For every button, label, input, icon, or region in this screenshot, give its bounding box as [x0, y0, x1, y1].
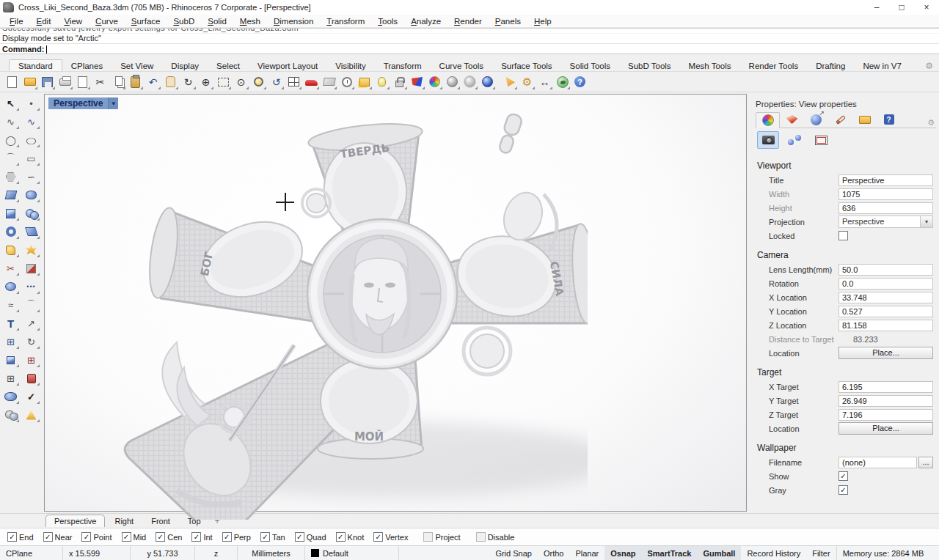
- record-history-toggle[interactable]: Record History: [741, 546, 806, 560]
- grid-snap-toggle[interactable]: Grid Snap: [489, 546, 538, 560]
- patch-surface-tool-icon[interactable]: [22, 187, 40, 203]
- box-tool-icon[interactable]: [1, 205, 20, 221]
- circle-tool-icon[interactable]: ◯: [1, 132, 20, 148]
- rotate-tool-icon[interactable]: ↻: [22, 334, 40, 350]
- camera-place-button[interactable]: Place...: [838, 347, 933, 359]
- toolbar-tab-standard[interactable]: Standard: [9, 59, 62, 71]
- menu-help[interactable]: Help: [527, 16, 558, 26]
- layer-state-icon[interactable]: [356, 74, 373, 90]
- rectangle-tool-icon[interactable]: ▭: [22, 150, 40, 166]
- torus-tool-icon[interactable]: [1, 224, 20, 240]
- text-tool-icon[interactable]: T: [1, 315, 20, 331]
- undo-view-icon[interactable]: ↺: [268, 74, 285, 90]
- zoom-window-icon[interactable]: [215, 74, 232, 90]
- menu-solid[interactable]: Solid: [201, 16, 233, 26]
- viewport-title-label[interactable]: Perspective ▾: [48, 97, 118, 109]
- browse-button[interactable]: ...: [918, 457, 933, 468]
- menu-panels[interactable]: Panels: [489, 16, 527, 26]
- menu-subd[interactable]: SubD: [167, 16, 201, 26]
- lock-icon[interactable]: [391, 74, 408, 90]
- render-icon[interactable]: [501, 74, 518, 90]
- cut-icon[interactable]: ✂: [92, 74, 109, 90]
- ellipse-tool-icon[interactable]: ◯: [22, 132, 40, 148]
- rendered-viewport-icon[interactable]: [479, 74, 496, 90]
- layer-cell[interactable]: Default: [305, 546, 399, 560]
- layers-tab[interactable]: [780, 111, 804, 128]
- osnap-project[interactable]: Project: [423, 532, 460, 542]
- color-wheel-icon[interactable]: [426, 74, 443, 90]
- perp-checkbox[interactable]: [222, 532, 232, 542]
- toolbar-gear-icon[interactable]: ⚙: [925, 61, 933, 71]
- explode-tool-icon[interactable]: [1, 242, 20, 258]
- open-file-icon[interactable]: [21, 74, 38, 90]
- toolbar-tab-viewport-layout[interactable]: Viewport Layout: [249, 60, 326, 71]
- toolbar-tab-curve-tools[interactable]: Curve Tools: [431, 60, 493, 71]
- osnap-toggle[interactable]: Osnap: [604, 546, 641, 560]
- panel-settings-gear-icon[interactable]: ⚙: [927, 118, 935, 128]
- set-view-icon[interactable]: [338, 74, 355, 90]
- trim-tool-icon[interactable]: ✂: [1, 260, 20, 276]
- scale-tool-icon[interactable]: [1, 352, 20, 368]
- arc-tool-icon[interactable]: ⌒: [1, 150, 20, 166]
- rotate-view-icon[interactable]: ↻: [180, 74, 197, 90]
- toolbar-tab-render-tools[interactable]: Render Tools: [740, 60, 808, 71]
- material-tab[interactable]: [828, 111, 852, 128]
- toolbar-tab-new-in-v7[interactable]: New in V7: [854, 60, 910, 71]
- target-place-button[interactable]: Place...: [838, 422, 933, 435]
- edit-point-curve-tool-icon[interactable]: ∿: [22, 114, 40, 130]
- gumball-toggle[interactable]: Gumball: [697, 546, 741, 560]
- toolbar-tab-visibility[interactable]: Visibility: [326, 60, 374, 71]
- point-cloud-tool-icon[interactable]: •••: [22, 279, 40, 295]
- osnap-mid[interactable]: Mid: [122, 532, 147, 542]
- menu-tools[interactable]: Tools: [371, 16, 404, 26]
- array-grid-tool-icon[interactable]: ⊞: [1, 370, 20, 386]
- int-checkbox[interactable]: [191, 532, 201, 542]
- toolbar-tab-select[interactable]: Select: [208, 60, 249, 71]
- options-gear-icon[interactable]: ⚙: [519, 74, 536, 90]
- gray-checkbox[interactable]: [838, 485, 848, 495]
- ghosted-viewport-icon[interactable]: [461, 74, 478, 90]
- menu-view[interactable]: View: [57, 16, 89, 26]
- knot-checkbox[interactable]: [336, 532, 346, 542]
- menu-render[interactable]: Render: [447, 16, 489, 26]
- split-tool-icon[interactable]: [22, 260, 40, 276]
- pan-icon[interactable]: [162, 74, 179, 90]
- title-field[interactable]: Perspective: [838, 174, 933, 186]
- close-button[interactable]: ×: [914, 0, 939, 15]
- menu-edit[interactable]: Edit: [30, 16, 58, 26]
- osnap-perp[interactable]: Perp: [222, 532, 251, 542]
- array-linear-tool-icon[interactable]: ⊞: [22, 352, 40, 368]
- libraries-tab[interactable]: [852, 111, 877, 128]
- undo-icon[interactable]: ↶: [145, 74, 161, 90]
- new-file-icon[interactable]: [4, 74, 21, 90]
- zoom-selected-icon[interactable]: ⊙: [233, 74, 249, 90]
- menu-surface[interactable]: Surface: [125, 16, 167, 26]
- display-mode-icon[interactable]: [409, 74, 425, 90]
- viewport-camera-subtab[interactable]: [757, 131, 779, 149]
- zoom-dynamic-icon[interactable]: ⊕: [197, 74, 214, 90]
- toolbar-tab-surface-tools[interactable]: Surface Tools: [492, 60, 560, 71]
- projection-dropdown[interactable]: Perspective ▾: [838, 215, 933, 228]
- project-checkbox[interactable]: [423, 532, 433, 542]
- boolean-difference-tool-icon[interactable]: [1, 407, 20, 423]
- check-continuity-tool-icon[interactable]: ✓: [22, 388, 40, 405]
- polygon-tool-icon[interactable]: [1, 169, 20, 185]
- osnap-end[interactable]: End: [7, 532, 34, 542]
- spotlight-tool-icon[interactable]: [22, 407, 40, 423]
- toolbar-tab-drafting[interactable]: Drafting: [807, 60, 854, 71]
- save-icon[interactable]: [39, 74, 56, 90]
- mid-checkbox[interactable]: [122, 532, 131, 542]
- control-point-curve-tool-icon[interactable]: ∿: [1, 114, 20, 130]
- command-input[interactable]: Command:: [0, 43, 939, 54]
- cen-checkbox[interactable]: [156, 532, 165, 542]
- fillet-surface-tool-icon[interactable]: [1, 279, 20, 295]
- block-definition-tool-icon[interactable]: [22, 370, 40, 386]
- vertex-checkbox[interactable]: [373, 532, 383, 542]
- osnap-quad[interactable]: Quad: [295, 532, 326, 542]
- osnap-tan[interactable]: Tan: [260, 532, 285, 542]
- y-target-field[interactable]: 26.949: [838, 395, 933, 407]
- show-checkbox[interactable]: [838, 471, 848, 481]
- osnap-cen[interactable]: Cen: [156, 532, 182, 542]
- maximize-button[interactable]: □: [889, 0, 914, 15]
- freeform-curve-tool-icon[interactable]: ∽: [22, 169, 40, 185]
